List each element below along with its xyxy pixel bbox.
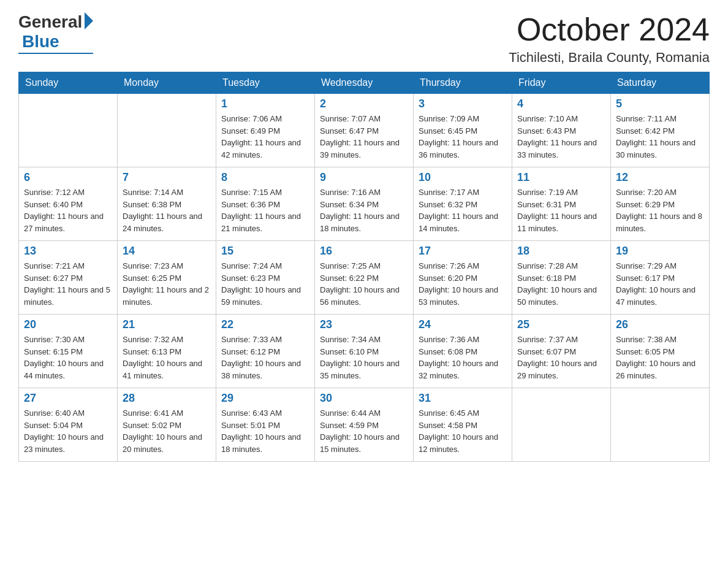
day-info: Sunrise: 7:36 AMSunset: 6:08 PMDaylight:… bbox=[419, 334, 507, 381]
day-info: Sunrise: 7:20 AMSunset: 6:29 PMDaylight:… bbox=[616, 186, 704, 234]
month-title: October 2024 bbox=[509, 12, 710, 47]
calendar-cell: 9Sunrise: 7:16 AMSunset: 6:34 PMDaylight… bbox=[315, 167, 414, 241]
day-number: 15 bbox=[221, 245, 309, 258]
day-number: 9 bbox=[320, 171, 408, 184]
day-info: Sunrise: 7:29 AMSunset: 6:17 PMDaylight:… bbox=[616, 260, 704, 308]
calendar-header-friday: Friday bbox=[512, 72, 611, 94]
calendar-cell: 21Sunrise: 7:32 AMSunset: 6:13 PMDayligh… bbox=[118, 315, 216, 388]
day-info: Sunrise: 7:06 AMSunset: 6:49 PMDaylight:… bbox=[221, 113, 309, 161]
day-info: Sunrise: 7:28 AMSunset: 6:18 PMDaylight:… bbox=[517, 260, 605, 308]
calendar-cell: 2Sunrise: 7:07 AMSunset: 6:47 PMDaylight… bbox=[315, 94, 414, 167]
day-info: Sunrise: 7:25 AMSunset: 6:22 PMDaylight:… bbox=[320, 260, 408, 308]
calendar-cell: 7Sunrise: 7:14 AMSunset: 6:38 PMDaylight… bbox=[118, 167, 216, 241]
calendar-cell: 29Sunrise: 6:43 AMSunset: 5:01 PMDayligh… bbox=[216, 388, 315, 462]
calendar-cell: 8Sunrise: 7:15 AMSunset: 6:36 PMDaylight… bbox=[216, 167, 315, 241]
day-info: Sunrise: 6:44 AMSunset: 4:59 PMDaylight:… bbox=[320, 407, 408, 455]
calendar-cell: 6Sunrise: 7:12 AMSunset: 6:40 PMDaylight… bbox=[19, 167, 118, 241]
day-number: 22 bbox=[221, 318, 309, 331]
calendar-cell: 31Sunrise: 6:45 AMSunset: 4:58 PMDayligh… bbox=[414, 388, 512, 462]
day-info: Sunrise: 7:32 AMSunset: 6:13 PMDaylight:… bbox=[123, 334, 211, 381]
title-section: October 2024 Tichilesti, Braila County, … bbox=[509, 12, 710, 66]
day-number: 12 bbox=[616, 171, 704, 184]
calendar-cell: 22Sunrise: 7:33 AMSunset: 6:12 PMDayligh… bbox=[216, 315, 315, 388]
day-info: Sunrise: 7:37 AMSunset: 6:07 PMDaylight:… bbox=[517, 334, 605, 381]
calendar-cell: 30Sunrise: 6:44 AMSunset: 4:59 PMDayligh… bbox=[315, 388, 414, 462]
logo-underline bbox=[18, 53, 93, 54]
day-number: 5 bbox=[616, 98, 704, 110]
day-number: 8 bbox=[221, 171, 309, 184]
calendar-cell: 17Sunrise: 7:26 AMSunset: 6:20 PMDayligh… bbox=[414, 241, 512, 315]
day-number: 24 bbox=[419, 318, 507, 331]
day-info: Sunrise: 7:19 AMSunset: 6:31 PMDaylight:… bbox=[517, 186, 605, 234]
day-info: Sunrise: 7:24 AMSunset: 6:23 PMDaylight:… bbox=[221, 260, 309, 308]
logo: General Blue bbox=[18, 12, 93, 54]
calendar-cell: 13Sunrise: 7:21 AMSunset: 6:27 PMDayligh… bbox=[19, 241, 118, 315]
day-info: Sunrise: 7:21 AMSunset: 6:27 PMDaylight:… bbox=[24, 260, 112, 308]
location-title: Tichilesti, Braila County, Romania bbox=[509, 50, 710, 66]
day-info: Sunrise: 7:12 AMSunset: 6:40 PMDaylight:… bbox=[24, 186, 112, 234]
day-info: Sunrise: 7:23 AMSunset: 6:25 PMDaylight:… bbox=[123, 260, 211, 308]
day-number: 21 bbox=[123, 318, 211, 331]
day-number: 14 bbox=[123, 245, 211, 258]
day-info: Sunrise: 7:07 AMSunset: 6:47 PMDaylight:… bbox=[320, 113, 408, 161]
day-info: Sunrise: 7:10 AMSunset: 6:43 PMDaylight:… bbox=[517, 113, 605, 161]
day-number: 1 bbox=[221, 98, 309, 110]
day-info: Sunrise: 7:16 AMSunset: 6:34 PMDaylight:… bbox=[320, 186, 408, 234]
calendar-week-row: 1Sunrise: 7:06 AMSunset: 6:49 PMDaylight… bbox=[19, 94, 710, 167]
calendar-week-row: 27Sunrise: 6:40 AMSunset: 5:04 PMDayligh… bbox=[19, 388, 710, 462]
logo-blue-text: Blue bbox=[22, 32, 59, 52]
calendar-cell: 20Sunrise: 7:30 AMSunset: 6:15 PMDayligh… bbox=[19, 315, 118, 388]
calendar-cell: 14Sunrise: 7:23 AMSunset: 6:25 PMDayligh… bbox=[118, 241, 216, 315]
calendar-cell: 3Sunrise: 7:09 AMSunset: 6:45 PMDaylight… bbox=[414, 94, 512, 167]
day-info: Sunrise: 6:41 AMSunset: 5:02 PMDaylight:… bbox=[123, 407, 211, 455]
day-number: 25 bbox=[517, 318, 605, 331]
calendar-cell: 24Sunrise: 7:36 AMSunset: 6:08 PMDayligh… bbox=[414, 315, 512, 388]
calendar-cell: 23Sunrise: 7:34 AMSunset: 6:10 PMDayligh… bbox=[315, 315, 414, 388]
day-info: Sunrise: 7:30 AMSunset: 6:15 PMDaylight:… bbox=[24, 334, 112, 381]
day-number: 27 bbox=[24, 392, 112, 405]
calendar-table: SundayMondayTuesdayWednesdayThursdayFrid… bbox=[18, 72, 710, 462]
day-number: 11 bbox=[517, 171, 605, 184]
calendar-header-tuesday: Tuesday bbox=[216, 72, 315, 94]
calendar-week-row: 13Sunrise: 7:21 AMSunset: 6:27 PMDayligh… bbox=[19, 241, 710, 315]
day-info: Sunrise: 6:45 AMSunset: 4:58 PMDaylight:… bbox=[419, 407, 507, 455]
day-number: 28 bbox=[123, 392, 211, 405]
calendar-header-monday: Monday bbox=[118, 72, 216, 94]
day-info: Sunrise: 7:26 AMSunset: 6:20 PMDaylight:… bbox=[419, 260, 507, 308]
logo-general-text: General bbox=[18, 12, 82, 32]
calendar-cell: 12Sunrise: 7:20 AMSunset: 6:29 PMDayligh… bbox=[611, 167, 710, 241]
day-info: Sunrise: 7:38 AMSunset: 6:05 PMDaylight:… bbox=[616, 334, 704, 381]
day-info: Sunrise: 7:09 AMSunset: 6:45 PMDaylight:… bbox=[419, 113, 507, 161]
day-number: 23 bbox=[320, 318, 408, 331]
calendar-cell: 28Sunrise: 6:41 AMSunset: 5:02 PMDayligh… bbox=[118, 388, 216, 462]
day-number: 16 bbox=[320, 245, 408, 258]
day-info: Sunrise: 6:43 AMSunset: 5:01 PMDaylight:… bbox=[221, 407, 309, 455]
day-info: Sunrise: 7:11 AMSunset: 6:42 PMDaylight:… bbox=[616, 113, 704, 161]
day-info: Sunrise: 7:34 AMSunset: 6:10 PMDaylight:… bbox=[320, 334, 408, 381]
calendar-cell bbox=[512, 388, 611, 462]
calendar-cell: 11Sunrise: 7:19 AMSunset: 6:31 PMDayligh… bbox=[512, 167, 611, 241]
calendar-week-row: 20Sunrise: 7:30 AMSunset: 6:15 PMDayligh… bbox=[19, 315, 710, 388]
calendar-cell bbox=[611, 388, 710, 462]
calendar-header-sunday: Sunday bbox=[19, 72, 118, 94]
day-info: Sunrise: 7:33 AMSunset: 6:12 PMDaylight:… bbox=[221, 334, 309, 381]
day-info: Sunrise: 6:40 AMSunset: 5:04 PMDaylight:… bbox=[24, 407, 112, 455]
day-number: 6 bbox=[24, 171, 112, 184]
calendar-cell: 15Sunrise: 7:24 AMSunset: 6:23 PMDayligh… bbox=[216, 241, 315, 315]
day-number: 29 bbox=[221, 392, 309, 405]
day-number: 20 bbox=[24, 318, 112, 331]
calendar-header-wednesday: Wednesday bbox=[315, 72, 414, 94]
logo-arrow-icon bbox=[85, 12, 93, 29]
day-info: Sunrise: 7:17 AMSunset: 6:32 PMDaylight:… bbox=[419, 186, 507, 234]
day-number: 4 bbox=[517, 98, 605, 110]
day-number: 13 bbox=[24, 245, 112, 258]
day-number: 10 bbox=[419, 171, 507, 184]
calendar-week-row: 6Sunrise: 7:12 AMSunset: 6:40 PMDaylight… bbox=[19, 167, 710, 241]
page-header: General Blue October 2024 Tichilesti, Br… bbox=[18, 12, 710, 66]
day-number: 17 bbox=[419, 245, 507, 258]
calendar-cell: 19Sunrise: 7:29 AMSunset: 6:17 PMDayligh… bbox=[611, 241, 710, 315]
calendar-cell: 27Sunrise: 6:40 AMSunset: 5:04 PMDayligh… bbox=[19, 388, 118, 462]
day-info: Sunrise: 7:14 AMSunset: 6:38 PMDaylight:… bbox=[123, 186, 211, 234]
day-info: Sunrise: 7:15 AMSunset: 6:36 PMDaylight:… bbox=[221, 186, 309, 234]
calendar-cell: 18Sunrise: 7:28 AMSunset: 6:18 PMDayligh… bbox=[512, 241, 611, 315]
